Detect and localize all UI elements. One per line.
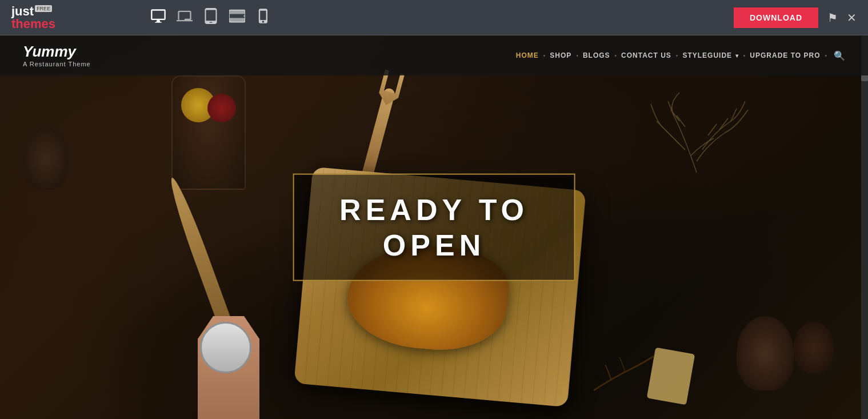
hero-text-overlay: READY TO OPEN [293, 173, 575, 281]
download-button[interactable]: DOWNLOAD [734, 7, 818, 28]
site-navigation: HOME • SHOP • BLOGS • CONTACT US • STYLE… [515, 49, 845, 62]
site-tagline: A Restaurant Theme [23, 61, 91, 68]
svg-line-4 [677, 115, 685, 127]
preview-area: READY TO OPEN Yummy A Restaurant Theme H… [0, 35, 868, 419]
nav-dot-4: • [676, 53, 678, 59]
device-icons [150, 8, 271, 27]
cup [200, 322, 251, 373]
logo-top: justFREE [11, 5, 55, 18]
nav-dot-5: • [743, 53, 746, 59]
hero-title-line2: OPEN [339, 228, 529, 263]
site-logo: Yummy A Restaurant Theme [23, 43, 91, 68]
desktop-device-icon[interactable] [150, 8, 166, 27]
nav-home[interactable]: HOME [515, 49, 540, 62]
nav-blogs[interactable]: BLOGS [582, 49, 611, 62]
nav-dot-2: • [576, 53, 578, 59]
logo-themes: themes [11, 18, 55, 30]
logo[interactable]: justFREE themes [11, 5, 55, 30]
free-badge: FREE [35, 5, 52, 12]
pine-cone-left [23, 127, 69, 190]
flag-icon[interactable]: ⚑ [827, 11, 838, 25]
tablet-landscape-icon[interactable] [229, 8, 245, 27]
mobile-device-icon[interactable] [255, 8, 271, 27]
nav-dot-3: • [615, 53, 617, 59]
pine-cone-bottom-right-2 [794, 322, 834, 373]
nav-styleguide[interactable]: STYLEGUIDE ▾ [681, 49, 739, 62]
nav-shop[interactable]: SHOP [549, 49, 573, 62]
hero-text-box: READY TO OPEN [293, 173, 575, 281]
nav-upgrade[interactable]: UPGRADE TO PRO [749, 49, 821, 62]
close-icon[interactable]: ✕ [847, 11, 857, 25]
hero-section: READY TO OPEN [0, 35, 868, 419]
laptop-device-icon[interactable] [177, 8, 193, 27]
site-name: Yummy [23, 43, 91, 61]
logo-just: just [11, 4, 34, 18]
dropdown-arrow-icon: ▾ [733, 53, 739, 59]
toolbar-left: justFREE themes [11, 5, 271, 30]
nav-contact[interactable]: CONTACT US [620, 49, 673, 62]
toolbar: justFREE themes [0, 0, 868, 35]
site-header: Yummy A Restaurant Theme HOME • SHOP • B… [0, 35, 868, 75]
nav-dot-6: • [825, 53, 827, 59]
twig-decoration [588, 350, 657, 396]
nav-dot-1: • [543, 53, 546, 59]
scrollbar-track[interactable] [861, 35, 868, 419]
hero-title-line1: READY TO [339, 191, 529, 227]
svg-line-3 [671, 110, 679, 121]
glass-fruits [171, 75, 246, 190]
pine-cone-bottom-right [737, 316, 794, 390]
tablet-device-icon[interactable] [203, 8, 219, 27]
toolbar-right: DOWNLOAD ⚑ ✕ [734, 7, 857, 28]
search-icon[interactable]: 🔍 [834, 50, 845, 61]
herbs-decoration [639, 70, 754, 184]
